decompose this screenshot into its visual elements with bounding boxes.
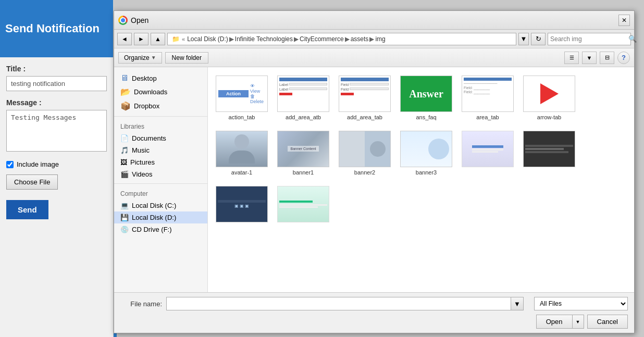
back-button[interactable]: ◄ [117, 33, 132, 45]
file-thumb-ans-faq: Answer [400, 76, 452, 112]
sidebar-item-videos[interactable]: 🎬 Videos [114, 168, 207, 180]
filename-dropdown[interactable]: ▼ [511, 297, 524, 310]
search-input[interactable] [550, 35, 628, 43]
include-image-checkbox[interactable] [6, 161, 14, 168]
include-image-label: Include image [17, 160, 59, 168]
cancel-button[interactable]: Cancel [587, 315, 628, 329]
music-icon: 🎵 [120, 146, 129, 154]
file-thumb-banner3 [400, 131, 452, 167]
new-folder-button[interactable]: New folder [165, 52, 208, 64]
search-box: 🔍 [548, 33, 631, 45]
dialog-sidebar: 🖥 Desktop 📂 Downloads 📦 Dropbox Librarie… [114, 67, 208, 292]
page-title: Send Notification [0, 0, 113, 57]
message-textarea[interactable]: Testing Messages [6, 110, 107, 152]
file-item-misc3[interactable]: ▣ ▣ ▣ [213, 183, 270, 228]
sidebar-item-cd-drive[interactable]: 💿 CD Drive (F:) [114, 223, 207, 235]
send-button[interactable]: Send [6, 200, 48, 219]
file-name-banner3: banner3 [416, 169, 437, 176]
sidebar-item-downloads[interactable]: 📂 Downloads [114, 85, 207, 99]
sidebar-label-music: Music [132, 146, 150, 154]
sidebar-label-local-d: Local Disk (D:) [132, 214, 176, 221]
files-grid: Action 👁 View 🗑 Delete action_tab Label [213, 72, 629, 228]
sidebar-label-documents: Documents [132, 134, 166, 142]
file-name-add-area-tab: add_area_tab [347, 114, 382, 120]
filename-label: File name: [120, 300, 162, 308]
page-title-text: Send Notification [5, 22, 100, 35]
sidebar-item-documents[interactable]: 📄 Documents [114, 132, 207, 144]
cd-drive-icon: 💿 [120, 226, 129, 233]
left-panel: Send Notification Title : Message : Test… [0, 0, 114, 337]
sidebar-item-dropbox[interactable]: 📦 Dropbox [114, 99, 207, 113]
file-name-area-tab: area_tab [476, 114, 499, 120]
file-thumb-add-area-atb: Label Label [277, 76, 329, 112]
sidebar-label-pictures: Pictures [130, 158, 155, 166]
view-dropdown-button[interactable]: ▼ [582, 52, 597, 64]
file-thumb-banner2 [339, 131, 391, 167]
details-view-button[interactable]: ⊟ [600, 52, 614, 64]
list-view-button[interactable]: ☰ [564, 52, 579, 64]
file-item-banner2[interactable]: banner2 [336, 128, 393, 179]
arrow-right-icon [540, 83, 559, 104]
file-thumb-add-area-tab: Field Field [339, 76, 391, 112]
file-item-misc2[interactable] [521, 128, 578, 179]
file-name-avatar-1: avatar-1 [231, 169, 252, 176]
file-item-avatar-1[interactable]: avatar-1 [213, 128, 270, 179]
file-name-add-area-atb: add_area_atb [286, 114, 321, 120]
file-thumb-avatar-1 [216, 131, 268, 167]
open-btn-group: Open ▼ [536, 315, 584, 329]
search-icon: 🔍 [628, 35, 637, 43]
left-panel-body: Title : Message : Testing Messages Inclu… [0, 57, 113, 227]
open-dropdown[interactable]: ▼ [573, 315, 584, 329]
file-item-add-area-tab[interactable]: Field Field add_area_tab [336, 72, 393, 123]
title-input[interactable] [6, 76, 107, 91]
file-item-banner3[interactable]: banner3 [398, 128, 455, 179]
sidebar-item-music[interactable]: 🎵 Music [114, 144, 207, 156]
send-label: Send [18, 205, 37, 214]
file-item-action-tab[interactable]: Action 👁 View 🗑 Delete action_tab [213, 72, 270, 123]
organize-label: Organize [124, 54, 150, 61]
file-item-arrow-tab[interactable]: arrow-tab [521, 72, 578, 123]
libraries-header: Libraries [114, 121, 207, 132]
filename-input[interactable] [166, 297, 511, 310]
dialog-close-button[interactable]: ✕ [618, 15, 630, 26]
file-item-ans-faq[interactable]: Answer ans_faq [398, 72, 455, 123]
choose-file-button[interactable]: Choose File [6, 174, 58, 190]
help-button[interactable]: ? [617, 52, 630, 64]
file-item-add-area-atb[interactable]: Label Label add_area_atb [275, 72, 332, 123]
title-label: Title : [6, 65, 107, 73]
desktop-icon: 🖥 [120, 73, 129, 83]
dialog-bottom: File name: ▼ All Files Image Files JPEG … [114, 292, 634, 333]
sidebar-item-desktop[interactable]: 🖥 Desktop [114, 71, 207, 85]
file-item-area-tab[interactable]: ───────────── Field: ________ Field: ___… [459, 72, 516, 123]
sidebar-item-local-c[interactable]: 💻 Local Disk (C:) [114, 199, 207, 211]
sidebar-divider-2 [114, 183, 207, 184]
address-path[interactable]: 📁 « Local Disk (D:) ▶ Infinitie Technolo… [167, 33, 516, 45]
file-item-misc4[interactable] [275, 183, 332, 228]
action-row: Open ▼ Cancel [120, 315, 628, 329]
file-name-banner1: banner1 [293, 169, 314, 176]
up-button[interactable]: ▲ [151, 33, 165, 45]
file-thumb-action-tab: Action 👁 View 🗑 Delete [216, 76, 268, 112]
filename-row: File name: ▼ All Files Image Files JPEG … [120, 297, 628, 310]
filetype-select[interactable]: All Files Image Files JPEG Files PNG Fil… [534, 297, 628, 310]
refresh-button[interactable]: ↻ [531, 33, 546, 45]
documents-icon: 📄 [120, 134, 129, 142]
sidebar-item-pictures[interactable]: 🖼 Pictures [114, 156, 207, 168]
sidebar-item-local-d[interactable]: 💾 Local Disk (D:) [114, 211, 207, 223]
address-dropdown[interactable]: ▼ [518, 33, 529, 45]
dialog-titlebar: Open ✕ [114, 11, 634, 30]
file-name-arrow-tab: arrow-tab [537, 114, 561, 120]
forward-button[interactable]: ► [134, 33, 148, 45]
local-d-icon: 💾 [120, 214, 129, 221]
file-item-misc1[interactable] [459, 128, 516, 179]
dialog-addressbar: ◄ ► ▲ 📁 « Local Disk (D:) ▶ Infinitie Te… [114, 30, 634, 48]
videos-icon: 🎬 [120, 170, 129, 178]
choose-file-label: Choose File [14, 178, 50, 186]
file-item-banner1[interactable]: Banner Content banner1 [275, 128, 332, 179]
path-folder-icon: 📁 [172, 35, 180, 43]
file-thumb-misc3: ▣ ▣ ▣ [216, 186, 268, 222]
sidebar-divider-1 [114, 116, 207, 117]
computer-header: Computer [114, 188, 207, 199]
open-button[interactable]: Open [536, 315, 573, 329]
organize-button[interactable]: Organize ▼ [118, 52, 162, 64]
